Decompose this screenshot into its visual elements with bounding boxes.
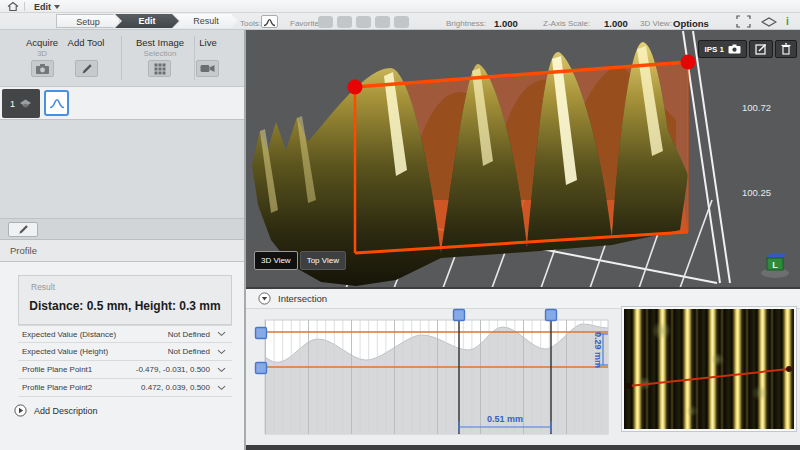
- workflow-toolbar: Setup Edit Result Tools: Favorites: Brig…: [0, 13, 800, 30]
- thumbnail-group-number: 1: [10, 99, 15, 109]
- distance-handle-left[interactable]: [454, 310, 465, 321]
- add-tool-button[interactable]: [75, 60, 98, 77]
- menubar: Edit: [0, 0, 800, 13]
- add-description-button[interactable]: Add Description: [14, 404, 98, 417]
- result-value: Distance: 0.5 mm, Height: 0.3 mm: [19, 299, 231, 313]
- nav-cube[interactable]: L: [761, 253, 789, 278]
- 3d-view-options-button[interactable]: Options: [673, 18, 709, 29]
- 3d-plane-icon: [761, 16, 777, 28]
- result-box: Result Distance: 0.5 mm, Height: 0.3 mm: [18, 275, 232, 325]
- tab-setup[interactable]: Setup: [56, 14, 120, 28]
- z-axis-label-top: 100.72: [742, 102, 771, 113]
- acquire-button[interactable]: [31, 60, 54, 77]
- result-label: Result: [31, 282, 231, 292]
- profile-tool-button[interactable]: [261, 15, 278, 28]
- 3d-scene: L 100.72 100.25: [246, 30, 800, 287]
- trash-icon: [781, 43, 791, 55]
- tab-edit[interactable]: Edit: [115, 14, 179, 28]
- edit-profile-button[interactable]: [8, 222, 38, 237]
- info-button[interactable]: i: [786, 16, 789, 27]
- distance-value-label: 0.51 mm: [487, 414, 523, 424]
- fit-frame-icon: [736, 15, 751, 28]
- tab-result[interactable]: Result: [174, 14, 238, 28]
- thumbnail-group-1[interactable]: 1: [2, 89, 40, 118]
- home-button[interactable]: [4, 1, 22, 12]
- chevron-down-icon[interactable]: [210, 367, 232, 373]
- profile-panel-body: Result Distance: 0.5 mm, Height: 0.3 mm …: [0, 262, 244, 450]
- zaxis-scale-value[interactable]: 1.000: [604, 18, 628, 29]
- export-edit-button[interactable]: [749, 40, 773, 58]
- height-handle-lower[interactable]: [256, 363, 267, 374]
- best-image-subtitle: Selection: [130, 49, 190, 58]
- favorite-slot-5[interactable]: [394, 16, 409, 28]
- profile-panel-header: Profile: [0, 240, 244, 262]
- favorite-slot-1[interactable]: [318, 16, 333, 28]
- row-plane-point2[interactable]: Profile Plane Point2 0.472, 0.039, 0.500: [18, 379, 232, 397]
- view-mode-switch: 3D View Top View: [254, 251, 346, 270]
- intersection-panel: Intersection: [246, 287, 800, 445]
- video-camera-icon: [200, 63, 215, 74]
- delete-button[interactable]: [775, 40, 797, 58]
- edit-menu[interactable]: Edit: [30, 0, 64, 13]
- plane-endpoint-left[interactable]: [348, 80, 363, 95]
- graph-gridlines-coarse: [265, 320, 608, 434]
- row-plane-point1[interactable]: Profile Plane Point1 -0.479, -0.031, 0.5…: [18, 361, 232, 379]
- zaxis-scale-label: Z-Axis Scale:: [543, 19, 590, 28]
- menubar-divider: [24, 2, 25, 11]
- acquire-toolbar: Acquire 3D Add Tool Best Image Selection: [0, 30, 244, 86]
- row-expected-distance[interactable]: Expected Value (Distance) Not Defined: [18, 325, 232, 343]
- top-view-button[interactable]: Top View: [300, 251, 346, 270]
- camera-icon: [728, 44, 741, 54]
- chevron-down-icon: [54, 5, 60, 9]
- plane-endpoint-right[interactable]: [681, 55, 696, 70]
- distance-handle-right[interactable]: [546, 310, 557, 321]
- profile-curve-icon: [263, 17, 276, 27]
- edit-export-icon: [755, 43, 767, 55]
- brightness-value[interactable]: 1.000: [494, 18, 518, 29]
- bottom-bar: [246, 445, 800, 450]
- viewport-toolbar: IPS 1: [698, 40, 797, 58]
- pencil-icon: [18, 224, 29, 235]
- live-title: Live: [188, 37, 228, 48]
- thumbnail-profile-tool-selected[interactable]: [44, 90, 69, 116]
- fit-view-button[interactable]: [734, 15, 752, 28]
- chevron-down-icon[interactable]: [210, 349, 232, 355]
- profile-curve-icon: [49, 97, 65, 109]
- best-image-button[interactable]: [148, 60, 171, 77]
- pencil-icon: [81, 63, 93, 75]
- 3d-view-label: 3D View:: [640, 19, 672, 28]
- chevron-down-icon[interactable]: [210, 385, 232, 391]
- grid-icon: [154, 63, 166, 75]
- 3d-viewport[interactable]: L 100.72 100.25 IPS 1: [246, 30, 800, 287]
- texture-section-line: [624, 309, 794, 429]
- surface-layers-icon: [19, 98, 32, 109]
- thumbnail-strip: 1: [0, 86, 244, 120]
- height-value-label: 0.29 mm: [593, 332, 603, 368]
- chevron-down-icon[interactable]: [210, 331, 232, 337]
- svg-text:L: L: [772, 260, 778, 270]
- expander-arrow-icon: [14, 404, 27, 417]
- brightness-label: Brightness:: [446, 19, 486, 28]
- favorite-slot-3[interactable]: [356, 16, 371, 28]
- row-expected-height[interactable]: Expected Value (Height) Not Defined: [18, 343, 232, 361]
- 3d-view-button[interactable]: 3D View: [254, 251, 298, 270]
- left-panel: Acquire 3D Add Tool Best Image Selection: [0, 30, 246, 450]
- plane-view-button[interactable]: [760, 15, 778, 28]
- ips-capture-button[interactable]: IPS 1: [698, 40, 747, 58]
- acquire-subtitle: 3D: [14, 49, 70, 58]
- height-handle-upper[interactable]: [256, 328, 267, 339]
- tool-edit-row: [0, 218, 244, 240]
- favorite-slot-2[interactable]: [337, 16, 352, 28]
- surface-texture-image[interactable]: [622, 307, 796, 431]
- add-tool-title: Add Tool: [58, 37, 114, 48]
- live-button[interactable]: [196, 60, 219, 77]
- favorite-slot-4[interactable]: [375, 16, 390, 28]
- tools-label: Tools:: [240, 19, 261, 28]
- application-window: Edit Setup Edit Result Tools: Favorites:…: [0, 0, 800, 450]
- camera-icon: [35, 63, 50, 75]
- profile-properties: Expected Value (Distance) Not Defined Ex…: [18, 325, 232, 397]
- best-image-title: Best Image: [130, 37, 190, 48]
- workflow-tabs: Setup Edit Result: [56, 14, 238, 28]
- home-icon: [7, 1, 19, 12]
- z-axis-label-bottom: 100.25: [742, 187, 771, 198]
